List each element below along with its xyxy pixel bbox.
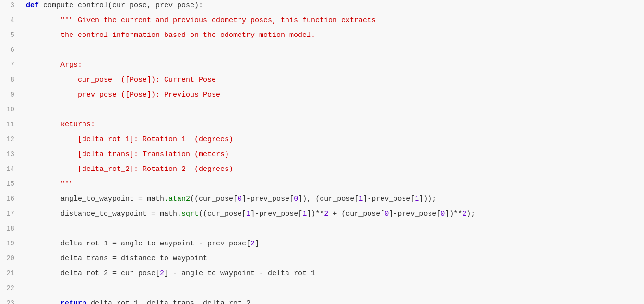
token: ((cur_pose[ xyxy=(190,195,238,203)
line-number: 12 xyxy=(0,134,23,145)
code-line: 22 xyxy=(0,283,644,298)
token: ]) xyxy=(307,210,315,218)
line-content: Args: xyxy=(23,60,644,71)
line-number: 11 xyxy=(0,120,23,130)
token: 2 xyxy=(462,210,466,218)
line-content: distance_to_waypoint = math.sqrt((cur_po… xyxy=(23,208,644,219)
token: [delta_rot_2]: Rotation 2 (degrees) xyxy=(26,165,233,173)
token: Returns: xyxy=(26,121,95,129)
token: [delta_rot_1]: Rotation 1 (degrees) xyxy=(26,135,233,144)
token: the control information based on the odo… xyxy=(26,31,315,39)
token: ]-prev_pose[ xyxy=(389,210,441,218)
token: 1 xyxy=(358,195,363,203)
code-line: 4 """ Given the current and previous odo… xyxy=(0,15,644,30)
token: [delta_trans]: Translation (meters) xyxy=(26,150,229,158)
line-content: cur_pose ([Pose]): Current Pose xyxy=(23,74,644,85)
line-number: 20 xyxy=(0,254,23,264)
line-number: 5 xyxy=(0,30,23,41)
line-content: the control information based on the odo… xyxy=(23,30,644,41)
line-content: delta_rot_1 = angle_to_waypoint - prev_p… xyxy=(23,238,644,249)
code-line: 5 the control information based on the o… xyxy=(0,30,644,45)
line-content: Returns: xyxy=(23,119,644,130)
line-content xyxy=(23,104,644,115)
token: delta_rot_1 = angle_to_waypoint - prev_p… xyxy=(26,240,250,248)
code-line: 3def compute_control(cur_pose, prev_pose… xyxy=(0,0,644,15)
line-number: 22 xyxy=(0,283,23,294)
token: ]) xyxy=(445,210,453,218)
token: + (cur_pose[ xyxy=(328,210,384,218)
line-content xyxy=(23,283,644,294)
code-line: 6 xyxy=(0,45,644,60)
token: 0 xyxy=(294,195,298,203)
token xyxy=(26,299,60,304)
token: delta_trans = distance_to_waypoint xyxy=(26,255,207,263)
line-content: delta_rot_2 = cur_pose[2] - angle_to_way… xyxy=(23,268,644,279)
line-content: def compute_control(cur_pose, prev_pose)… xyxy=(23,0,644,11)
line-content: """ xyxy=(23,179,644,190)
line-number: 17 xyxy=(0,209,23,219)
token: 0 xyxy=(238,195,242,203)
token: 1 xyxy=(246,210,250,218)
token: ] - angle_to_waypoint - delta_rot_1 xyxy=(164,269,315,278)
token: 2 xyxy=(324,210,328,218)
line-number: 9 xyxy=(0,90,23,100)
line-content xyxy=(23,223,644,234)
code-line: 18 xyxy=(0,223,644,238)
code-line: 23 return delta_rot_1, delta_trans, delt… xyxy=(0,298,644,304)
token: 2 xyxy=(250,240,255,248)
code-line: 17 distance_to_waypoint = math.sqrt((cur… xyxy=(0,208,644,223)
code-line: 9 prev_pose ([Pose]): Previous Pose xyxy=(0,89,644,104)
token: ])); xyxy=(419,195,436,203)
line-number: 7 xyxy=(0,60,23,71)
line-number: 23 xyxy=(0,298,23,304)
line-number: 3 xyxy=(0,0,23,11)
token: """ Given the current and previous odome… xyxy=(26,16,376,24)
token: .atan2 xyxy=(164,195,190,203)
token: 2 xyxy=(160,269,164,278)
token: ** xyxy=(453,210,462,218)
token: angle_to_waypoint = math xyxy=(26,195,164,203)
line-content: """ Given the current and previous odome… xyxy=(23,15,644,26)
line-content: return delta_rot_1, delta_trans, delta_r… xyxy=(23,298,644,304)
code-editor: 3def compute_control(cur_pose, prev_pose… xyxy=(0,0,644,304)
code-line: 15 """ xyxy=(0,179,644,194)
line-number: 10 xyxy=(0,105,23,115)
token: ] xyxy=(255,240,259,248)
code-line: 7 Args: xyxy=(0,60,644,74)
token: delta_rot_1, delta_trans, delta_rot_2 xyxy=(86,299,250,304)
line-number: 16 xyxy=(0,194,23,205)
line-content: [delta_rot_1]: Rotation 1 (degrees) xyxy=(23,134,644,145)
code-line: 10 xyxy=(0,104,644,119)
token: 1 xyxy=(415,195,419,203)
token: ** xyxy=(315,210,324,218)
line-number: 15 xyxy=(0,179,23,190)
line-number: 6 xyxy=(0,45,23,56)
line-content xyxy=(23,45,644,56)
line-content: [delta_rot_2]: Rotation 2 (degrees) xyxy=(23,164,644,175)
token: 0 xyxy=(441,210,445,218)
token: cur_pose ([Pose]): Current Pose xyxy=(26,76,216,84)
code-line: 21 delta_rot_2 = cur_pose[2] - angle_to_… xyxy=(0,268,644,283)
token: ]), (cur_pose[ xyxy=(298,195,358,203)
token: compute_control xyxy=(43,1,108,10)
token: .sqrt xyxy=(177,210,199,218)
line-content: prev_pose ([Pose]): Previous Pose xyxy=(23,89,644,100)
line-number: 21 xyxy=(0,268,23,279)
line-number: 18 xyxy=(0,224,23,234)
line-content: angle_to_waypoint = math.atan2((cur_pose… xyxy=(23,194,644,205)
line-content: [delta_trans]: Translation (meters) xyxy=(23,149,644,160)
token: def xyxy=(26,1,43,10)
code-line: 13 [delta_trans]: Translation (meters) xyxy=(0,149,644,164)
code-line: 20 delta_trans = distance_to_waypoint xyxy=(0,253,644,268)
code-line: 14 [delta_rot_2]: Rotation 2 (degrees) xyxy=(0,164,644,179)
token: Args: xyxy=(26,61,82,69)
token: ]-prev_pose[ xyxy=(363,195,415,203)
token: 1 xyxy=(302,210,307,218)
code-line: 12 [delta_rot_1]: Rotation 1 (degrees) xyxy=(0,134,644,149)
line-number: 13 xyxy=(0,149,23,160)
code-line: 19 delta_rot_1 = angle_to_waypoint - pre… xyxy=(0,238,644,253)
code-line: 11 Returns: xyxy=(0,119,644,134)
line-number: 4 xyxy=(0,15,23,26)
token: prev_pose ([Pose]): Previous Pose xyxy=(26,91,220,99)
token: return xyxy=(60,299,86,304)
